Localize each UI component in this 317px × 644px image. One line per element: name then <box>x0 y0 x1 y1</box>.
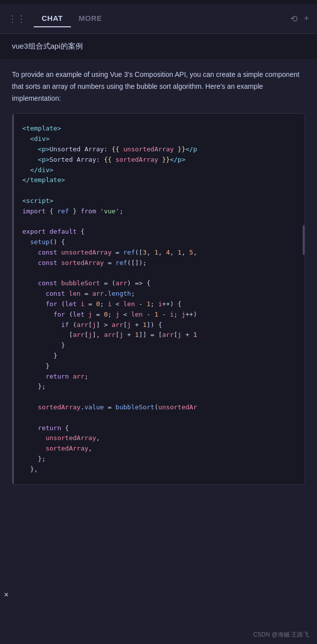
user-message-text: vue3组合式api的案例 <box>12 42 83 50</box>
user-message: vue3组合式api的案例 <box>0 34 317 59</box>
code-block: <template> <div> <p>Unsorted Array: {{ u… <box>12 113 305 485</box>
tab-chat[interactable]: CHAT <box>34 10 71 27</box>
code-line-14: const sortedArray = ref([]); <box>22 258 295 268</box>
code-line-26: }; <box>22 382 295 392</box>
code-line-24: } <box>22 361 295 372</box>
code-line-34: }, <box>22 464 295 475</box>
nav-tabs: CHAT MORE <box>34 10 290 27</box>
code-line-31: unsortedArray, <box>22 433 295 444</box>
code-line-7 <box>22 186 295 196</box>
code-line-21: [arr[j], arr[j + 1]] = [arr[j + 1 <box>22 330 295 340</box>
code-line-28: sortedArray.value = bubbleSort(unsortedA… <box>22 402 295 413</box>
code-line-22: } <box>22 340 295 351</box>
code-line-17: const len = arr.length; <box>22 289 295 299</box>
add-icon[interactable]: + <box>304 13 309 24</box>
close-button[interactable]: × <box>4 590 8 599</box>
close-icon: × <box>4 590 8 599</box>
code-line-2: <div> <box>22 134 295 144</box>
code-line-3: <p>Unsorted Array: {{ unsortedArray }}</… <box>22 144 295 155</box>
response-paragraph: To provide an example of using Vue 3's C… <box>12 70 300 102</box>
code-line-29 <box>22 413 295 423</box>
main-content: vue3组合式api的案例 To provide an example of u… <box>0 34 317 644</box>
code-content: <template> <div> <p>Unsorted Array: {{ u… <box>22 124 295 474</box>
code-line-33: }; <box>22 454 295 464</box>
code-left-border <box>12 114 14 484</box>
sidebar-toggle-icon[interactable]: ⋮⋮ <box>8 13 26 24</box>
scrollbar[interactable] <box>303 225 305 255</box>
code-line-9: import { ref } from 'vue'; <box>22 206 295 217</box>
code-line-20: if (arr[j] > arr[j + 1]) { <box>22 320 295 330</box>
code-line-6: </template> <box>22 175 295 186</box>
code-line-15 <box>22 268 295 279</box>
code-line-10 <box>22 217 295 227</box>
code-line-25: return arr; <box>22 372 295 382</box>
code-line-8: <script> <box>22 196 295 206</box>
code-line-30: return { <box>22 423 295 434</box>
code-line-27 <box>22 392 295 402</box>
watermark-text: CSDN @海贼·王路飞 <box>253 631 309 638</box>
tab-more[interactable]: MORE <box>71 10 110 27</box>
response-text: To provide an example of using Vue 3's C… <box>12 69 305 104</box>
code-line-16: const bubbleSort = (arr) => { <box>22 278 295 289</box>
watermark: CSDN @海贼·王路飞 <box>253 631 309 639</box>
assistant-response: To provide an example of using Vue 3's C… <box>0 59 317 644</box>
history-icon[interactable]: ⟲ <box>290 13 298 24</box>
header-actions: ⟲ + <box>290 13 309 24</box>
code-line-4: <p>Sorted Array: {{ sortedArray }}</p> <box>22 155 295 165</box>
code-line-13: const unsortedArray = ref([3, 1, 4, 1, 5… <box>22 248 295 258</box>
code-line-23: } <box>22 351 295 361</box>
top-bar <box>0 0 317 4</box>
code-line-1: <template> <box>22 124 295 134</box>
code-line-32: sortedArray, <box>22 444 295 454</box>
code-line-19: for (let j = 0; j < len - 1 - i; j++) <box>22 310 295 320</box>
header: ⋮⋮ CHAT MORE ⟲ + <box>0 4 317 34</box>
code-line-12: setup() { <box>22 237 295 248</box>
code-line-5: </div> <box>22 165 295 176</box>
code-line-11: export default { <box>22 227 295 237</box>
code-line-18: for (let i = 0; i < len - 1; i++) { <box>22 299 295 310</box>
